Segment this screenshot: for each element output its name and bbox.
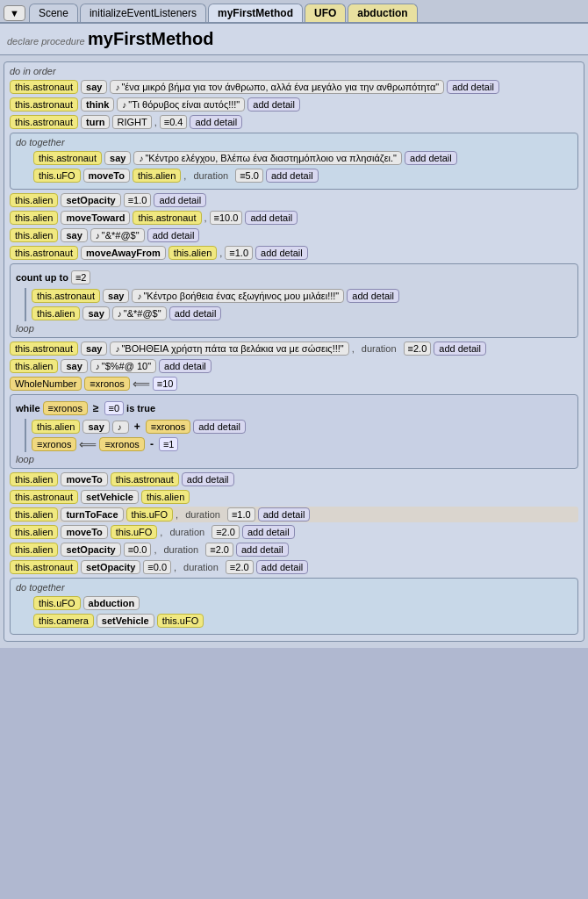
tab-scene[interactable]: Scene xyxy=(29,4,78,22)
obj-alien-5[interactable]: this.alien xyxy=(10,211,58,225)
add-detail-2[interactable]: add detail xyxy=(247,97,300,111)
val-04[interactable]: ≡0.4 xyxy=(160,115,188,129)
method-moveto-14[interactable]: moveTo xyxy=(61,525,107,539)
val-100[interactable]: ≡10.0 xyxy=(210,211,243,225)
add-detail-1[interactable]: add detail xyxy=(447,80,499,94)
val-count-2[interactable]: ≡2 xyxy=(71,270,91,284)
obj-alien-7[interactable]: this.alien xyxy=(169,246,217,260)
obj-alien-13[interactable]: this.alien xyxy=(10,507,58,521)
val-20-dur[interactable]: ≡2.0 xyxy=(404,342,432,356)
val-5[interactable]: ≡5.0 xyxy=(235,169,263,183)
str-c1[interactable]: ♪"Κέντρο βοήθεια ένας εξωγήινος μου μιλά… xyxy=(132,289,344,303)
obj-ufo-dt2-2[interactable]: this.uFO xyxy=(157,614,204,628)
val-20-15[interactable]: ≡2.0 xyxy=(205,543,233,557)
obj-astronaut-7[interactable]: this.astronaut xyxy=(10,246,78,260)
method-turntoface-13[interactable]: turnToFace xyxy=(61,507,123,521)
token-10[interactable]: ≡10 xyxy=(153,377,178,391)
token-xronos-w1[interactable]: ≡xronos xyxy=(146,420,190,434)
val-0[interactable]: ≡0 xyxy=(104,401,125,415)
method-say-9[interactable]: say xyxy=(61,359,87,373)
val-20-dur2[interactable]: ≡2.0 xyxy=(212,525,240,539)
method-think-1[interactable]: think xyxy=(81,97,114,111)
method-moveawayfrom[interactable]: moveAwayFrom xyxy=(81,246,166,260)
method-setopacity-1[interactable]: setOpacity xyxy=(61,193,120,207)
method-turn-1[interactable]: turn xyxy=(81,115,110,129)
add-detail-11[interactable]: add detail xyxy=(182,472,234,486)
obj-alien-c2[interactable]: this.alien xyxy=(32,306,80,320)
obj-alien-12[interactable]: this.alien xyxy=(141,490,190,504)
token-xronos-while[interactable]: ≡xronos xyxy=(43,401,88,415)
val-00-16[interactable]: ≡0.0 xyxy=(143,560,171,574)
str-6[interactable]: ♪"&*#@$" xyxy=(90,228,145,242)
method-say-c1[interactable]: say xyxy=(103,289,129,303)
obj-astronaut-2[interactable]: this.astronaut xyxy=(10,97,78,111)
str-1[interactable]: ♪"ένα μικρό βήμα για τον άνθρωπο, αλλά έ… xyxy=(110,80,444,94)
val-10-small[interactable]: ≡1.0 xyxy=(225,246,253,260)
method-say-8[interactable]: say xyxy=(81,342,107,356)
tab-abduction[interactable]: abduction xyxy=(348,4,417,22)
val-10[interactable]: ≡1.0 xyxy=(124,193,152,207)
obj-ufo-dt2[interactable]: this.uFO xyxy=(33,169,81,183)
add-detail-15[interactable]: add detail xyxy=(236,543,289,557)
add-detail-dt1[interactable]: add detail xyxy=(405,151,457,165)
val-right[interactable]: RIGHT xyxy=(112,115,151,129)
obj-astronaut-12[interactable]: this.astronaut xyxy=(10,490,78,504)
add-detail-c2[interactable]: add detail xyxy=(169,306,222,320)
obj-camera-dt2[interactable]: this.camera xyxy=(33,614,94,628)
method-moveto-dt2[interactable]: moveTo xyxy=(83,169,130,183)
obj-ufo-14[interactable]: this.uFO xyxy=(111,525,158,539)
add-detail-14[interactable]: add detail xyxy=(242,525,295,539)
add-detail-9[interactable]: add detail xyxy=(159,359,212,373)
add-detail-4[interactable]: add detail xyxy=(154,193,206,207)
obj-astronaut-8[interactable]: this.astronaut xyxy=(10,342,78,356)
token-xronos-1[interactable]: ≡xronos xyxy=(84,377,129,391)
obj-alien-4[interactable]: this.alien xyxy=(10,193,58,207)
obj-alien-11[interactable]: this.alien xyxy=(10,472,58,486)
obj-alien-w1[interactable]: this.alien xyxy=(32,420,80,434)
tab-ufo[interactable]: UFO xyxy=(305,4,346,22)
add-detail-13[interactable]: add detail xyxy=(258,507,311,521)
str-c2[interactable]: ♪"&*#@$" xyxy=(112,306,167,320)
str-dt1[interactable]: ♪"Κέντρο ελέγχου, Βλέπω ένα διαστημόπλοι… xyxy=(133,151,402,165)
token-wholenumber[interactable]: WholeNumber xyxy=(10,377,82,391)
add-detail-3[interactable]: add detail xyxy=(190,115,242,129)
token-xronos-w2[interactable]: ≡xronos xyxy=(32,437,76,451)
method-moveto-11[interactable]: moveTo xyxy=(61,472,107,486)
add-detail-c1[interactable]: add detail xyxy=(347,289,399,303)
str-8[interactable]: ♪"ΒΟΗΘΕΙΑ χρήστη πάτα τα βελάκια να με σ… xyxy=(110,342,348,356)
add-detail-8[interactable]: add detail xyxy=(434,342,486,356)
method-setvehicle-dt2[interactable]: setVehicle xyxy=(97,614,154,628)
add-detail-6[interactable]: add detail xyxy=(147,228,200,242)
str-9[interactable]: ♪"$%#@ 10" xyxy=(90,359,156,373)
obj-astronaut-1[interactable]: this.astronaut xyxy=(10,80,78,94)
obj-astronaut-16[interactable]: this.astronaut xyxy=(10,560,78,574)
method-say-1[interactable]: say xyxy=(81,80,107,94)
method-say-c2[interactable]: say xyxy=(82,306,109,320)
val-20-16[interactable]: ≡2.0 xyxy=(226,560,254,574)
method-setvehicle-12[interactable]: setVehicle xyxy=(81,490,139,504)
str-2[interactable]: ♪"Τι θόρυβος είναι αυτός!!!" xyxy=(117,97,245,111)
add-detail-16[interactable]: add detail xyxy=(256,560,309,574)
obj-astronaut-dt1[interactable]: this.astronaut xyxy=(33,151,102,165)
obj-alien-6[interactable]: this.alien xyxy=(10,228,58,242)
tab-dropdown[interactable]: ▼ xyxy=(4,5,25,21)
str-w1[interactable]: ♪ xyxy=(112,421,129,434)
val-00-15[interactable]: ≡0.0 xyxy=(124,543,152,557)
obj-ufo-13[interactable]: this.uFO xyxy=(126,507,174,521)
add-detail-7[interactable]: add detail xyxy=(255,246,308,260)
obj-alien-dt2[interactable]: this.alien xyxy=(133,169,181,183)
obj-alien-15[interactable]: this.alien xyxy=(10,543,58,557)
tab-myfirstmethod[interactable]: myFirstMethod xyxy=(208,4,303,22)
obj-alien-9[interactable]: this.alien xyxy=(10,359,58,373)
method-setopacity-16[interactable]: setOpacity xyxy=(81,560,140,574)
val-10-dur[interactable]: ≡1.0 xyxy=(227,507,255,521)
add-detail-5[interactable]: add detail xyxy=(245,211,298,225)
method-abduction[interactable]: abduction xyxy=(83,596,140,610)
method-movetoward[interactable]: moveToward xyxy=(61,211,130,225)
val-1[interactable]: ≡1 xyxy=(159,437,179,451)
obj-astronaut-3[interactable]: this.astronaut xyxy=(10,115,78,129)
obj-astronaut-c1[interactable]: this.astronaut xyxy=(32,289,100,303)
add-detail-dt2[interactable]: add detail xyxy=(266,169,319,183)
obj-alien-14[interactable]: this.alien xyxy=(10,525,58,539)
obj-astronaut-5[interactable]: this.astronaut xyxy=(133,211,201,225)
